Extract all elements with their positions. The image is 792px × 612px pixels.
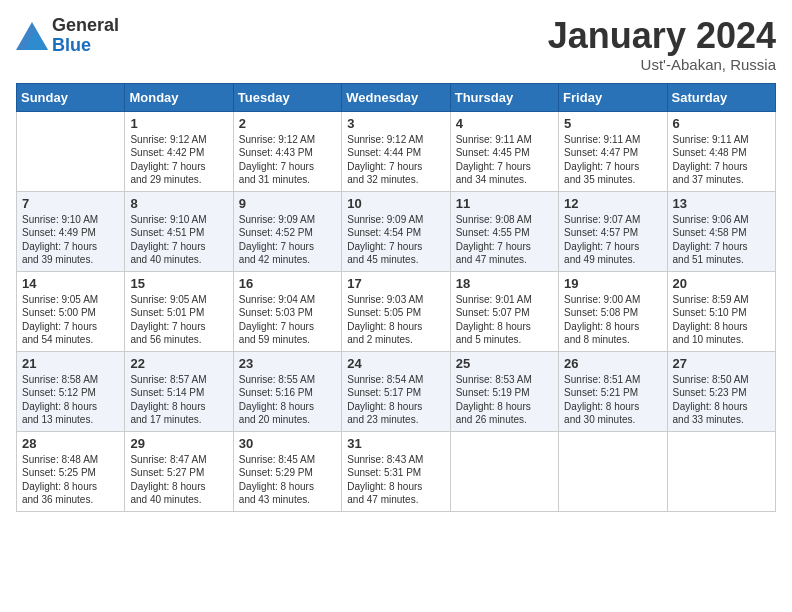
calendar-cell: 25Sunrise: 8:53 AM Sunset: 5:19 PM Dayli… bbox=[450, 351, 558, 431]
calendar-cell: 16Sunrise: 9:04 AM Sunset: 5:03 PM Dayli… bbox=[233, 271, 341, 351]
logo-general: General bbox=[52, 16, 119, 36]
calendar-week-row: 7Sunrise: 9:10 AM Sunset: 4:49 PM Daylig… bbox=[17, 191, 776, 271]
day-info: Sunrise: 9:07 AM Sunset: 4:57 PM Dayligh… bbox=[564, 213, 661, 267]
day-number: 31 bbox=[347, 436, 444, 451]
day-number: 7 bbox=[22, 196, 119, 211]
calendar-cell: 20Sunrise: 8:59 AM Sunset: 5:10 PM Dayli… bbox=[667, 271, 775, 351]
day-info: Sunrise: 8:50 AM Sunset: 5:23 PM Dayligh… bbox=[673, 373, 770, 427]
day-number: 4 bbox=[456, 116, 553, 131]
day-number: 6 bbox=[673, 116, 770, 131]
calendar-cell: 4Sunrise: 9:11 AM Sunset: 4:45 PM Daylig… bbox=[450, 111, 558, 191]
calendar-cell: 18Sunrise: 9:01 AM Sunset: 5:07 PM Dayli… bbox=[450, 271, 558, 351]
calendar-cell: 15Sunrise: 9:05 AM Sunset: 5:01 PM Dayli… bbox=[125, 271, 233, 351]
day-number: 12 bbox=[564, 196, 661, 211]
day-number: 2 bbox=[239, 116, 336, 131]
day-number: 18 bbox=[456, 276, 553, 291]
day-number: 21 bbox=[22, 356, 119, 371]
day-info: Sunrise: 9:12 AM Sunset: 4:42 PM Dayligh… bbox=[130, 133, 227, 187]
day-number: 5 bbox=[564, 116, 661, 131]
weekday-header-thursday: Thursday bbox=[450, 83, 558, 111]
day-number: 11 bbox=[456, 196, 553, 211]
day-info: Sunrise: 9:00 AM Sunset: 5:08 PM Dayligh… bbox=[564, 293, 661, 347]
weekday-header-monday: Monday bbox=[125, 83, 233, 111]
day-number: 9 bbox=[239, 196, 336, 211]
day-info: Sunrise: 9:08 AM Sunset: 4:55 PM Dayligh… bbox=[456, 213, 553, 267]
day-number: 19 bbox=[564, 276, 661, 291]
day-number: 8 bbox=[130, 196, 227, 211]
calendar-cell bbox=[667, 431, 775, 511]
calendar-cell: 9Sunrise: 9:09 AM Sunset: 4:52 PM Daylig… bbox=[233, 191, 341, 271]
day-number: 28 bbox=[22, 436, 119, 451]
calendar-cell: 27Sunrise: 8:50 AM Sunset: 5:23 PM Dayli… bbox=[667, 351, 775, 431]
calendar-cell: 22Sunrise: 8:57 AM Sunset: 5:14 PM Dayli… bbox=[125, 351, 233, 431]
day-number: 10 bbox=[347, 196, 444, 211]
day-info: Sunrise: 9:05 AM Sunset: 5:01 PM Dayligh… bbox=[130, 293, 227, 347]
day-info: Sunrise: 9:10 AM Sunset: 4:51 PM Dayligh… bbox=[130, 213, 227, 267]
day-number: 24 bbox=[347, 356, 444, 371]
day-info: Sunrise: 8:47 AM Sunset: 5:27 PM Dayligh… bbox=[130, 453, 227, 507]
calendar-cell: 19Sunrise: 9:00 AM Sunset: 5:08 PM Dayli… bbox=[559, 271, 667, 351]
day-info: Sunrise: 9:12 AM Sunset: 4:43 PM Dayligh… bbox=[239, 133, 336, 187]
calendar-cell: 26Sunrise: 8:51 AM Sunset: 5:21 PM Dayli… bbox=[559, 351, 667, 431]
weekday-header-friday: Friday bbox=[559, 83, 667, 111]
logo-blue: Blue bbox=[52, 36, 119, 56]
calendar-week-row: 21Sunrise: 8:58 AM Sunset: 5:12 PM Dayli… bbox=[17, 351, 776, 431]
day-number: 1 bbox=[130, 116, 227, 131]
calendar-cell: 29Sunrise: 8:47 AM Sunset: 5:27 PM Dayli… bbox=[125, 431, 233, 511]
calendar-cell: 3Sunrise: 9:12 AM Sunset: 4:44 PM Daylig… bbox=[342, 111, 450, 191]
calendar-cell: 21Sunrise: 8:58 AM Sunset: 5:12 PM Dayli… bbox=[17, 351, 125, 431]
day-number: 17 bbox=[347, 276, 444, 291]
day-number: 25 bbox=[456, 356, 553, 371]
day-info: Sunrise: 9:01 AM Sunset: 5:07 PM Dayligh… bbox=[456, 293, 553, 347]
calendar-cell: 8Sunrise: 9:10 AM Sunset: 4:51 PM Daylig… bbox=[125, 191, 233, 271]
calendar-table: SundayMondayTuesdayWednesdayThursdayFrid… bbox=[16, 83, 776, 512]
day-info: Sunrise: 8:54 AM Sunset: 5:17 PM Dayligh… bbox=[347, 373, 444, 427]
calendar-cell: 10Sunrise: 9:09 AM Sunset: 4:54 PM Dayli… bbox=[342, 191, 450, 271]
weekday-header-saturday: Saturday bbox=[667, 83, 775, 111]
logo: General Blue bbox=[16, 16, 119, 56]
calendar-week-row: 14Sunrise: 9:05 AM Sunset: 5:00 PM Dayli… bbox=[17, 271, 776, 351]
calendar-week-row: 1Sunrise: 9:12 AM Sunset: 4:42 PM Daylig… bbox=[17, 111, 776, 191]
calendar-header-row: SundayMondayTuesdayWednesdayThursdayFrid… bbox=[17, 83, 776, 111]
calendar-cell: 1Sunrise: 9:12 AM Sunset: 4:42 PM Daylig… bbox=[125, 111, 233, 191]
day-info: Sunrise: 9:09 AM Sunset: 4:52 PM Dayligh… bbox=[239, 213, 336, 267]
day-info: Sunrise: 8:53 AM Sunset: 5:19 PM Dayligh… bbox=[456, 373, 553, 427]
calendar-cell: 17Sunrise: 9:03 AM Sunset: 5:05 PM Dayli… bbox=[342, 271, 450, 351]
day-info: Sunrise: 8:58 AM Sunset: 5:12 PM Dayligh… bbox=[22, 373, 119, 427]
location-subtitle: Ust'-Abakan, Russia bbox=[548, 56, 776, 73]
day-info: Sunrise: 9:06 AM Sunset: 4:58 PM Dayligh… bbox=[673, 213, 770, 267]
month-title: January 2024 bbox=[548, 16, 776, 56]
day-info: Sunrise: 9:09 AM Sunset: 4:54 PM Dayligh… bbox=[347, 213, 444, 267]
day-number: 16 bbox=[239, 276, 336, 291]
day-number: 29 bbox=[130, 436, 227, 451]
calendar-cell bbox=[450, 431, 558, 511]
calendar-cell: 31Sunrise: 8:43 AM Sunset: 5:31 PM Dayli… bbox=[342, 431, 450, 511]
day-info: Sunrise: 8:45 AM Sunset: 5:29 PM Dayligh… bbox=[239, 453, 336, 507]
logo-icon bbox=[16, 22, 48, 50]
calendar-cell: 28Sunrise: 8:48 AM Sunset: 5:25 PM Dayli… bbox=[17, 431, 125, 511]
day-number: 27 bbox=[673, 356, 770, 371]
calendar-cell: 23Sunrise: 8:55 AM Sunset: 5:16 PM Dayli… bbox=[233, 351, 341, 431]
day-info: Sunrise: 8:55 AM Sunset: 5:16 PM Dayligh… bbox=[239, 373, 336, 427]
calendar-cell: 14Sunrise: 9:05 AM Sunset: 5:00 PM Dayli… bbox=[17, 271, 125, 351]
calendar-cell: 2Sunrise: 9:12 AM Sunset: 4:43 PM Daylig… bbox=[233, 111, 341, 191]
calendar-cell: 6Sunrise: 9:11 AM Sunset: 4:48 PM Daylig… bbox=[667, 111, 775, 191]
calendar-cell: 24Sunrise: 8:54 AM Sunset: 5:17 PM Dayli… bbox=[342, 351, 450, 431]
day-info: Sunrise: 9:12 AM Sunset: 4:44 PM Dayligh… bbox=[347, 133, 444, 187]
day-number: 30 bbox=[239, 436, 336, 451]
logo-text: General Blue bbox=[52, 16, 119, 56]
day-info: Sunrise: 8:57 AM Sunset: 5:14 PM Dayligh… bbox=[130, 373, 227, 427]
day-info: Sunrise: 8:51 AM Sunset: 5:21 PM Dayligh… bbox=[564, 373, 661, 427]
title-block: January 2024 Ust'-Abakan, Russia bbox=[548, 16, 776, 73]
day-number: 20 bbox=[673, 276, 770, 291]
day-number: 14 bbox=[22, 276, 119, 291]
day-info: Sunrise: 8:43 AM Sunset: 5:31 PM Dayligh… bbox=[347, 453, 444, 507]
day-info: Sunrise: 9:11 AM Sunset: 4:45 PM Dayligh… bbox=[456, 133, 553, 187]
calendar-cell: 7Sunrise: 9:10 AM Sunset: 4:49 PM Daylig… bbox=[17, 191, 125, 271]
day-info: Sunrise: 9:11 AM Sunset: 4:47 PM Dayligh… bbox=[564, 133, 661, 187]
day-info: Sunrise: 8:48 AM Sunset: 5:25 PM Dayligh… bbox=[22, 453, 119, 507]
day-number: 23 bbox=[239, 356, 336, 371]
calendar-cell: 30Sunrise: 8:45 AM Sunset: 5:29 PM Dayli… bbox=[233, 431, 341, 511]
weekday-header-tuesday: Tuesday bbox=[233, 83, 341, 111]
day-number: 22 bbox=[130, 356, 227, 371]
